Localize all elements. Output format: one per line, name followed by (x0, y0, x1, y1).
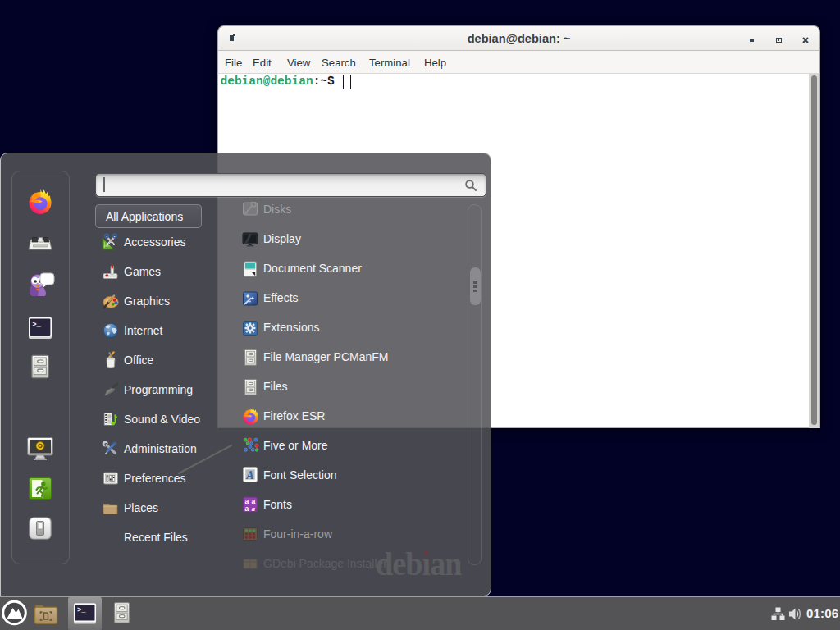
svg-text:>_: >_ (32, 321, 41, 329)
svg-text:a: a (252, 504, 256, 513)
svg-text:>_: >_ (77, 606, 86, 614)
svg-text:a: a (244, 504, 249, 513)
svg-text:A: A (245, 469, 253, 482)
